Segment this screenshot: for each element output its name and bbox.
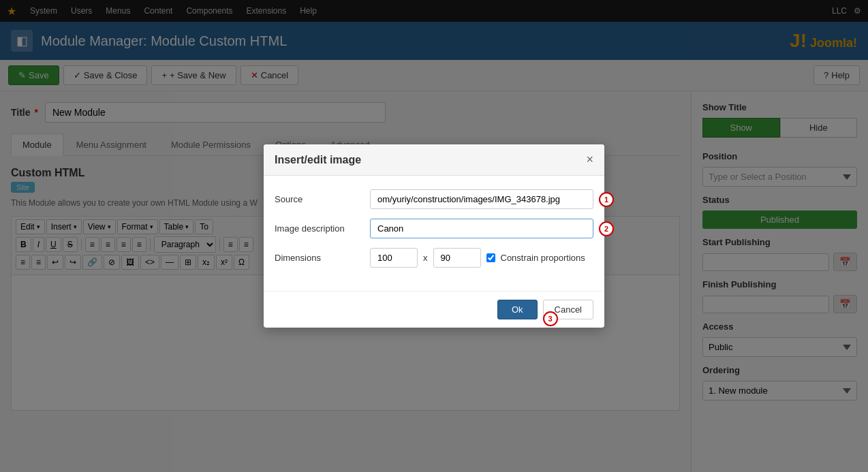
modal-footer: Ok 3 Cancel xyxy=(264,291,604,328)
modal-close-button[interactable]: × xyxy=(586,153,593,167)
annotation-2: 2 xyxy=(599,221,614,236)
dimensions-label: Dimensions xyxy=(275,253,363,263)
image-description-input[interactable] xyxy=(370,219,593,238)
source-label: Source xyxy=(275,194,363,204)
dimensions-inputs: x Constrain proportions xyxy=(370,248,593,268)
source-row: Source 1 xyxy=(275,189,593,209)
source-input[interactable] xyxy=(370,189,593,209)
modal-title: Insert/edit image xyxy=(275,154,361,166)
image-description-label: Image description xyxy=(275,223,363,234)
modal-overlay: Insert/edit image × Source 1 Image descr… xyxy=(0,0,868,472)
width-input[interactable] xyxy=(370,248,418,268)
constrain-label: Constrain proportions xyxy=(501,253,585,263)
modal-body: Source 1 Image description 2 Dimensions xyxy=(264,176,604,291)
constrain-proportions-checkbox[interactable] xyxy=(486,253,495,262)
dimensions-row: Dimensions x Constrain proportions xyxy=(275,248,593,268)
modal-header: Insert/edit image × xyxy=(264,144,604,176)
modal-ok-button[interactable]: Ok xyxy=(497,300,538,319)
insert-edit-image-modal: Insert/edit image × Source 1 Image descr… xyxy=(264,144,604,328)
height-input[interactable] xyxy=(433,248,481,268)
annotation-3: 3 xyxy=(543,311,558,326)
x-label: x xyxy=(423,253,428,263)
annotation-1: 1 xyxy=(599,192,614,207)
image-description-row: Image description 2 xyxy=(275,219,593,238)
